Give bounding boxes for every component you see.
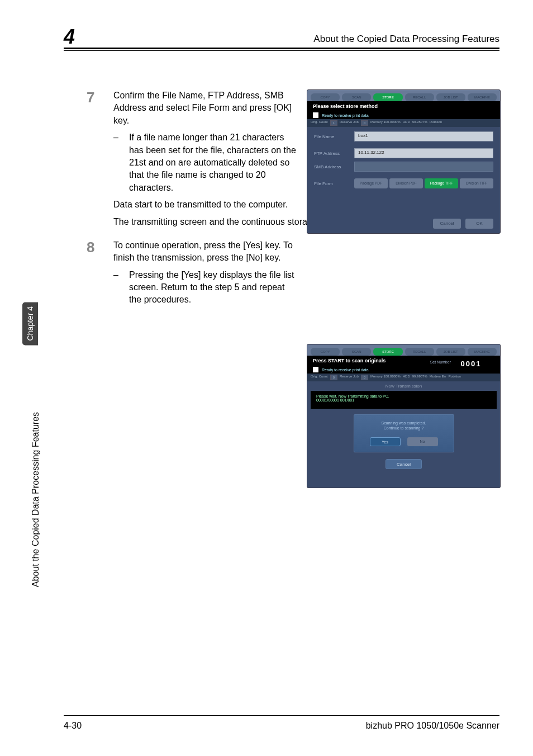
smb-address-input[interactable] bbox=[354, 162, 493, 172]
set-number-value: 0001 bbox=[454, 359, 488, 369]
tab-store[interactable]: STORE bbox=[373, 348, 402, 356]
status-memory: Memory 100.0000% bbox=[370, 120, 401, 126]
page-footer: 4-30 bizhub PRO 1050/1050e Scanner bbox=[64, 721, 499, 731]
cancel-button[interactable]: Cancel bbox=[386, 459, 422, 469]
status-memory: Memory 100.0000% bbox=[370, 375, 401, 380]
status-orig-count-value: 0 bbox=[330, 375, 337, 380]
status-reserve-label: Reserve Job bbox=[340, 375, 359, 380]
status-orig-count-value: 1 bbox=[330, 120, 337, 126]
tab-store[interactable]: STORE bbox=[373, 93, 402, 101]
header-thin-rule bbox=[64, 50, 499, 51]
smb-address-label: SMB Address bbox=[314, 164, 354, 169]
status-rotation: Rotation bbox=[430, 120, 442, 126]
screenshot-store-method: COPY SCAN STORE RECALL JOB LIST MACHINE … bbox=[307, 89, 501, 234]
file-form-package-tiff[interactable]: Package TIFF bbox=[425, 178, 458, 188]
status-hdd-value: 99.9507% bbox=[412, 120, 427, 126]
dialog-text-1: Scanning was completed. bbox=[360, 420, 448, 426]
step-8-bullet: Pressing the [Yes] key displays the file… bbox=[129, 269, 298, 306]
tab-machine[interactable]: MACHINE bbox=[468, 93, 497, 101]
file-name-input[interactable]: box1 bbox=[354, 131, 493, 141]
file-form-division-tiff[interactable]: Division TIFF bbox=[460, 178, 493, 188]
ss1-subheader: Ready to receive print data bbox=[322, 114, 369, 117]
tab-joblist[interactable]: JOB LIST bbox=[436, 348, 465, 356]
ss1-tabs: COPY SCAN STORE RECALL JOB LIST MACHINE bbox=[307, 90, 500, 101]
transmission-line-1: Please wait. Now Transmitting data to PC… bbox=[316, 394, 491, 398]
ss2-header-text: Press START to scan originals bbox=[313, 358, 386, 363]
printer-icon bbox=[313, 112, 318, 118]
printer-icon bbox=[313, 367, 318, 372]
tab-joblist[interactable]: JOB LIST bbox=[436, 93, 465, 101]
file-name-label: File Name bbox=[314, 134, 354, 139]
status-hdd-value: 99.9907% bbox=[412, 375, 427, 380]
status-hdd-label: HDD bbox=[403, 375, 410, 380]
step-number: 8 bbox=[87, 239, 113, 306]
chapter-number: 4 bbox=[64, 25, 75, 49]
step-7-bullet: If a file name longer than 21 characters… bbox=[129, 131, 298, 194]
ftp-address-label: FTP Address bbox=[314, 151, 354, 156]
footer-rule bbox=[64, 715, 499, 716]
tab-copy[interactable]: COPY bbox=[311, 93, 340, 101]
transmission-line-2: 00001/00001 001/001 bbox=[316, 398, 491, 402]
transmission-status-box: Please wait. Now Transmitting data to PC… bbox=[311, 391, 497, 409]
ss1-header: Please select store method bbox=[307, 101, 500, 111]
status-modem: Modem Err bbox=[430, 375, 446, 380]
file-form-division-pdf[interactable]: Division PDF bbox=[389, 178, 423, 188]
product-name: bizhub PRO 1050/1050e Scanner bbox=[366, 721, 499, 731]
sidebar-vertical-title: About the Copied Data Processing Feature… bbox=[31, 391, 41, 587]
tab-scan[interactable]: SCAN bbox=[342, 93, 371, 101]
status-rotation: Rotation bbox=[448, 375, 460, 380]
yes-button[interactable]: Yes bbox=[370, 437, 401, 446]
ss2-subheader: Ready to receive print data bbox=[322, 368, 369, 372]
tab-copy[interactable]: COPY bbox=[311, 348, 340, 356]
set-number-label: Set Number bbox=[430, 360, 451, 364]
page-number: 4-30 bbox=[64, 721, 82, 731]
chapter-tab: Chapter 4 bbox=[22, 302, 38, 345]
status-reserve-value: 0 bbox=[361, 120, 368, 126]
bullet-dash: – bbox=[113, 269, 129, 306]
step-number: 7 bbox=[87, 89, 113, 228]
step-7-main: Confirm the File Name, FTP Address, SMB … bbox=[113, 89, 298, 127]
tab-scan[interactable]: SCAN bbox=[342, 348, 371, 356]
tab-recall[interactable]: RECALL bbox=[405, 93, 434, 101]
status-reserve-value: 0 bbox=[361, 375, 368, 380]
ss1-status-bar: Orig. Count 1 Reserve Job 0 Memory 100.0… bbox=[307, 119, 500, 127]
status-hdd-label: HDD bbox=[403, 120, 410, 126]
header-rule bbox=[64, 48, 499, 49]
continue-scanning-dialog: Scanning was completed. Continue to scan… bbox=[354, 414, 454, 452]
step-7-continuation-1: Data start to be transmitted to the comp… bbox=[113, 199, 326, 211]
step-8-main: To continue operation, press the [Yes] k… bbox=[113, 239, 298, 264]
cancel-button[interactable]: Cancel bbox=[433, 219, 461, 229]
now-transmission-title: Now Transmission bbox=[307, 381, 500, 391]
tab-recall[interactable]: RECALL bbox=[405, 348, 434, 356]
ftp-address-input[interactable]: 10.11.32.122 bbox=[354, 148, 493, 158]
status-orig-count-label: Orig. Count bbox=[311, 375, 328, 380]
screenshot-transmission: COPY SCAN STORE RECALL JOB LIST MACHINE … bbox=[307, 344, 501, 488]
header-title: About the Copied Data Processing Feature… bbox=[313, 34, 499, 45]
ok-button[interactable]: OK bbox=[465, 219, 493, 229]
step-8: 8 To continue operation, press the [Yes]… bbox=[87, 239, 499, 306]
ss2-status-bar: Orig. Count 0 Reserve Job 0 Memory 100.0… bbox=[307, 374, 500, 381]
dialog-text-2: Continue to scanning ? bbox=[360, 426, 448, 431]
no-button[interactable]: No bbox=[407, 437, 438, 446]
ss2-tabs: COPY SCAN STORE RECALL JOB LIST MACHINE bbox=[307, 344, 500, 356]
tab-machine[interactable]: MACHINE bbox=[468, 348, 497, 356]
bullet-dash: – bbox=[113, 131, 129, 194]
status-reserve-label: Reserve Job bbox=[340, 120, 359, 126]
file-form-label: File Form bbox=[314, 181, 354, 186]
file-form-package-pdf[interactable]: Package PDF bbox=[354, 178, 388, 188]
status-orig-count-label: Orig. Count bbox=[311, 120, 328, 126]
